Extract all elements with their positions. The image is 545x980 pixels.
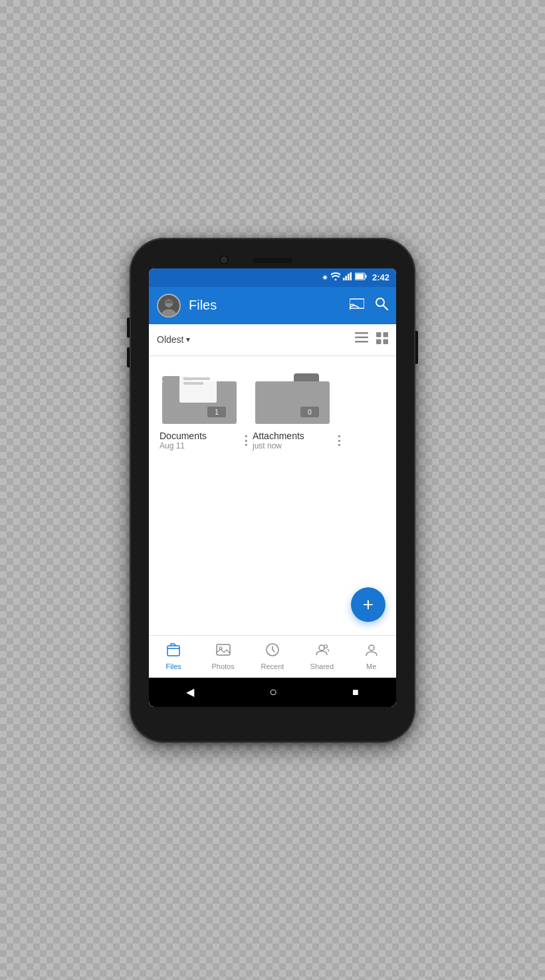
- nav-item-photos[interactable]: Photos: [203, 642, 243, 670]
- list-view-icon[interactable]: [355, 332, 368, 347]
- phone-speaker: [253, 258, 292, 263]
- nav-item-me[interactable]: Me: [352, 642, 391, 670]
- svg-point-12: [376, 298, 384, 306]
- bottom-nav: Files Photos: [149, 635, 396, 678]
- status-time: 2:42: [372, 272, 389, 282]
- folder-item[interactable]: 0 Attachments just now ⋮: [253, 367, 332, 450]
- folder-name-documents: Documents: [160, 431, 207, 441]
- power-button: [415, 331, 418, 364]
- svg-rect-18: [383, 332, 389, 338]
- search-icon[interactable]: [375, 297, 388, 314]
- svg-rect-5: [356, 274, 364, 279]
- recent-icon: [265, 642, 280, 661]
- svg-rect-14: [355, 332, 368, 334]
- shared-icon: [314, 642, 329, 661]
- battery-icon: [355, 272, 367, 282]
- svg-rect-1: [345, 276, 347, 280]
- svg-rect-31: [217, 644, 230, 655]
- svg-rect-16: [355, 341, 368, 343]
- wifi-icon: [331, 272, 340, 282]
- photos-icon: [216, 642, 231, 661]
- svg-rect-20: [383, 339, 389, 344]
- svg-text:1: 1: [215, 409, 219, 416]
- folder-meta-documents: Documents Aug 11 ⋮: [160, 431, 253, 450]
- nav-item-shared[interactable]: Shared: [302, 642, 342, 670]
- bluetooth-icon: ✷: [322, 273, 328, 282]
- phone-frame: ✷: [130, 238, 415, 743]
- folder-date-documents: Aug 11: [160, 441, 207, 450]
- folder-more-attachments[interactable]: ⋮: [333, 433, 346, 448]
- svg-rect-30: [167, 646, 179, 656]
- svg-line-13: [383, 306, 387, 310]
- app-bar: Files: [149, 287, 396, 324]
- me-icon: [364, 642, 379, 661]
- sort-chevron-icon: ▾: [186, 335, 190, 344]
- fab-add-button[interactable]: +: [351, 587, 385, 622]
- folder-thumb-attachments: 0: [253, 367, 332, 427]
- file-content: 1 Documents Aug 11 ⋮: [149, 356, 396, 635]
- folder-date-attachments: just now: [253, 441, 304, 450]
- signal-icon: [343, 272, 352, 282]
- volume-up-button: [127, 318, 130, 338]
- status-icons: ✷: [322, 272, 389, 282]
- svg-text:0: 0: [308, 409, 312, 416]
- sort-button[interactable]: Oldest ▾: [157, 334, 190, 345]
- cast-icon[interactable]: [350, 298, 364, 313]
- folder-thumb-documents: 1: [160, 367, 239, 427]
- svg-rect-2: [348, 274, 350, 280]
- phone-camera: [219, 255, 229, 264]
- nav-label-recent: Recent: [261, 662, 284, 670]
- svg-rect-3: [350, 272, 352, 280]
- nav-label-shared: Shared: [310, 662, 334, 670]
- avatar[interactable]: [157, 294, 181, 318]
- files-icon: [166, 642, 181, 661]
- screen: ✷: [149, 268, 396, 707]
- nav-item-files[interactable]: Files: [154, 642, 193, 670]
- sort-label: Oldest: [157, 334, 183, 345]
- folder-name-attachments: Attachments: [253, 431, 304, 441]
- svg-rect-27: [255, 381, 330, 424]
- nav-label-photos: Photos: [211, 662, 234, 670]
- nav-item-recent[interactable]: Recent: [253, 642, 292, 670]
- android-recents-button[interactable]: ■: [352, 686, 359, 698]
- folder-meta-attachments: Attachments just now ⋮: [253, 431, 346, 450]
- grid-view-icon[interactable]: [376, 332, 388, 347]
- nav-label-me: Me: [366, 662, 376, 670]
- svg-rect-24: [183, 382, 203, 385]
- svg-rect-0: [343, 278, 345, 280]
- app-title: Files: [189, 298, 342, 313]
- android-back-button[interactable]: ◀: [186, 686, 194, 698]
- svg-rect-6: [365, 275, 366, 278]
- toolbar: Oldest ▾: [149, 324, 396, 356]
- status-bar: ✷: [149, 268, 396, 287]
- fab-plus-icon: +: [363, 595, 374, 614]
- svg-rect-17: [376, 332, 382, 338]
- folder-more-documents[interactable]: ⋮: [240, 433, 253, 448]
- svg-rect-19: [376, 339, 382, 344]
- svg-rect-23: [183, 377, 210, 380]
- folder-item[interactable]: 1 Documents Aug 11 ⋮: [160, 367, 239, 450]
- svg-point-34: [319, 645, 324, 650]
- svg-rect-15: [355, 336, 368, 338]
- nav-label-files: Files: [166, 662, 181, 670]
- svg-point-36: [369, 645, 374, 650]
- volume-down-button: [127, 347, 130, 367]
- folder-grid: 1 Documents Aug 11 ⋮: [160, 367, 385, 450]
- android-nav-bar: ◀ ○ ■: [149, 678, 396, 707]
- svg-rect-10: [350, 299, 364, 308]
- android-home-button[interactable]: ○: [269, 684, 277, 700]
- view-toggle: [355, 332, 388, 347]
- app-bar-icons: [350, 297, 388, 314]
